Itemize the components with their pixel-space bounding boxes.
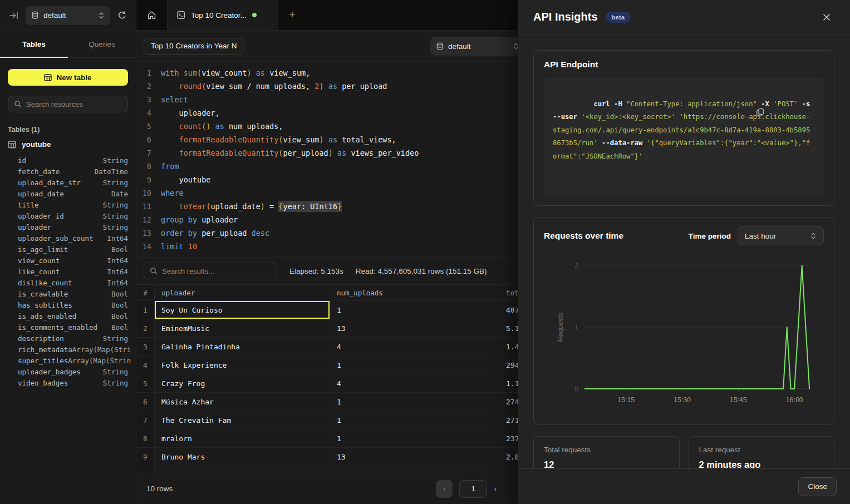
schema-column-row: view_countInt64 <box>18 255 128 266</box>
code-line: 3select <box>136 93 518 106</box>
column-name: is_age_limit <box>18 244 68 255</box>
num-uploads-cell[interactable]: 4 <box>330 338 503 355</box>
panel-close-button[interactable] <box>819 9 834 25</box>
search-resources[interactable] <box>8 96 128 112</box>
prev-page-button[interactable]: ‹ <box>436 480 453 498</box>
copy-button[interactable] <box>756 83 818 142</box>
svg-text:2: 2 <box>574 262 578 269</box>
home-button[interactable] <box>136 0 167 30</box>
schema-column-row: has_subtitlesBool <box>18 300 128 311</box>
num-uploads-cell[interactable]: 4 <box>330 374 503 392</box>
num-uploads-cell[interactable]: 1 <box>330 301 503 319</box>
uploader-cell[interactable]: Crazy Frog <box>155 374 330 392</box>
column-name: upload_date_str <box>18 177 81 189</box>
total-views-cell[interactable]: 271 <box>503 411 518 429</box>
chevron-left-icon: ‹ <box>443 485 446 493</box>
search-resources-input[interactable] <box>26 100 122 108</box>
uploader-cell[interactable]: mralorn <box>155 429 330 447</box>
total-views-cell[interactable]: 237 <box>503 429 518 447</box>
column-type: String <box>103 211 128 222</box>
requests-over-time-card: Requests over time Time period Last hour… <box>533 217 834 425</box>
refresh-button[interactable] <box>115 8 129 23</box>
column-type: Array(Map(Stri <box>72 344 131 355</box>
row-number-cell: 6 <box>136 393 155 411</box>
schema-column-row: uploader_idString <box>18 211 128 222</box>
schema-column-row: is_age_limitBool <box>18 244 128 255</box>
close-panel-button[interactable]: Close <box>798 477 837 496</box>
refresh-icon <box>117 11 127 20</box>
query-tab[interactable]: Top 10 Creator... <box>167 0 278 30</box>
column-name: uploader_id <box>18 211 64 222</box>
search-icon <box>150 267 158 275</box>
table-row-partial <box>136 466 518 473</box>
uploader-cell[interactable]: Galinha Pintadinha <box>155 338 330 355</box>
new-table-button[interactable]: New table <box>8 69 128 86</box>
line-number: 7 <box>136 146 151 160</box>
svg-text:1: 1 <box>574 324 578 330</box>
row-number-cell: 7 <box>136 411 155 429</box>
uploader-cell[interactable]: Bruno Mars <box>155 448 330 466</box>
table-row[interactable]: 8mralorn1237 <box>136 429 518 448</box>
table-row[interactable]: 5Crazy Frog41.1 <box>136 374 518 393</box>
row-number-cell: 4 <box>136 356 155 374</box>
uploader-cell[interactable]: Soy Un Curioso <box>155 301 330 319</box>
chevron-right-icon: › <box>494 485 497 493</box>
table-name: youtube <box>22 140 51 149</box>
column-type: String <box>103 222 128 233</box>
editor-database-selector[interactable]: default <box>430 37 518 56</box>
query-title[interactable]: Top 10 Creators in Year N <box>144 38 244 55</box>
collapse-sidebar-button[interactable] <box>7 8 21 23</box>
code-line: 10where <box>136 186 518 200</box>
num-uploads-cell[interactable]: 1 <box>330 429 503 447</box>
sidebar-table-youtube[interactable]: youtube <box>8 140 128 149</box>
table-row[interactable]: 2EminemMusic135.1 <box>136 319 518 338</box>
table-row[interactable]: 3Galinha Pintadinha41.4 <box>136 338 518 356</box>
uploader-cell[interactable]: EminemMusic <box>155 319 330 337</box>
total-views-cell[interactable]: 5.1 <box>503 319 518 337</box>
sidebar-header: default <box>0 0 136 31</box>
search-results[interactable] <box>144 263 277 279</box>
num-uploads-cell[interactable]: 13 <box>330 448 503 466</box>
schema-column-row: idString <box>18 155 128 166</box>
sql-editor[interactable]: 1with sum(view_count) as view_sum,2round… <box>136 62 518 257</box>
search-results-input[interactable] <box>162 267 271 275</box>
num-uploads-cell[interactable]: 1 <box>330 393 503 411</box>
uploader-cell[interactable]: Folk Experience <box>155 356 330 374</box>
total-views-cell[interactable]: 1.1 <box>503 374 518 392</box>
code-line: 7formatReadableQuantity(per_upload) as v… <box>136 146 518 160</box>
tab-tables[interactable]: Tables <box>0 31 68 57</box>
line-number: 12 <box>136 213 151 226</box>
num-uploads-cell[interactable]: 1 <box>330 356 503 374</box>
line-number: 10 <box>136 186 151 200</box>
schema-column-row: video_badgesString <box>18 378 128 389</box>
results-section: Elapsed: 5.153s Read: 4,557,605,031 rows… <box>136 257 518 504</box>
table-row[interactable]: 7The Crevatin Fam1271 <box>136 411 518 429</box>
code-line: 12group by uploader <box>136 213 518 226</box>
table-grid-icon <box>8 141 16 149</box>
uploader-cell[interactable]: The Crevatin Fam <box>155 411 330 429</box>
column-type: Bool <box>111 244 128 255</box>
total-views-cell[interactable]: 294 <box>503 356 518 374</box>
next-page-button[interactable]: › <box>494 485 497 493</box>
table-row[interactable]: 6Música Azhar1274 <box>136 393 518 411</box>
uploader-cell[interactable]: Música Azhar <box>155 393 330 411</box>
new-tab-button[interactable]: + <box>278 0 306 30</box>
table-row[interactable]: 4Folk Experience1294 <box>136 356 518 374</box>
column-type: Array(Map(Strin <box>68 355 131 367</box>
schema-column-row: is_comments_enabledBool <box>18 322 128 333</box>
time-period-select[interactable]: Last hour <box>738 226 824 245</box>
total-views-cell[interactable]: 1.4 <box>503 338 518 355</box>
total-views-cell[interactable]: 407 <box>503 301 518 319</box>
table-row[interactable]: 9Bruno Mars132.8 <box>136 448 518 466</box>
table-row[interactable]: 1Soy Un Curioso1407 <box>136 301 518 319</box>
total-views-cell[interactable]: 274 <box>503 393 518 411</box>
column-name: id <box>18 155 26 166</box>
line-number: 2 <box>136 80 151 93</box>
copy-icon <box>756 100 818 134</box>
tab-queries[interactable]: Queries <box>68 31 136 57</box>
total-views-cell[interactable]: 2.8 <box>503 448 518 466</box>
num-uploads-cell[interactable]: 13 <box>330 319 503 337</box>
page-number[interactable]: 1 <box>459 480 487 498</box>
database-selector[interactable]: default <box>26 6 110 25</box>
num-uploads-cell[interactable]: 1 <box>330 411 503 429</box>
